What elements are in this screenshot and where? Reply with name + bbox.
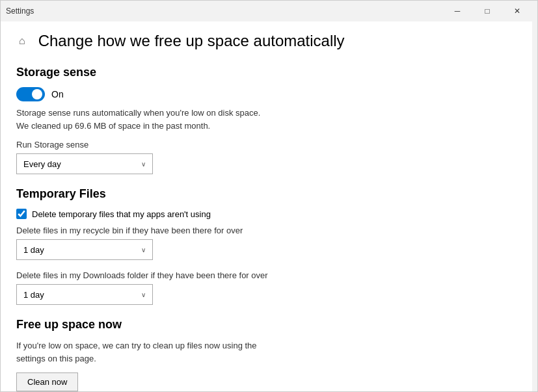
scrollbar[interactable] [532,21,537,391]
run-storage-sense-dropdown[interactable]: Every day ∨ [16,153,153,174]
storage-sense-description: Storage sense runs automatically when yo… [16,107,517,132]
close-button[interactable]: ✕ [502,1,532,21]
free-up-description: If you're low on space, we can try to cl… [16,339,517,365]
downloads-group: Delete files in my Downloads folder if t… [16,270,517,305]
free-up-space-section: Free up space now If you're low on space… [16,318,517,391]
temporary-files-title: Temporary Files [16,187,517,201]
page-title: Change how we free up space automaticall… [38,32,345,50]
delete-temp-label: Delete temporary files that my apps aren… [32,209,211,219]
run-storage-sense-label: Run Storage sense [16,140,517,150]
storage-sense-title: Storage sense [16,66,517,79]
home-icon: ⌂ [19,35,25,47]
delete-temp-row: Delete temporary files that my apps aren… [16,209,517,219]
maximize-button[interactable]: □ [472,1,502,21]
titlebar-controls: ─ □ ✕ [442,1,532,21]
downloads-dropdown-arrow: ∨ [141,291,146,298]
minimize-button[interactable]: ─ [442,1,472,21]
recycle-bin-label: Delete files in my recycle bin if they h… [16,226,517,235]
storage-sense-section: Storage sense On Storage sense runs auto… [16,66,517,174]
recycle-bin-dropdown[interactable]: 1 day ∨ [16,239,153,260]
titlebar-title: Settings [6,7,34,16]
titlebar-left: Settings [6,7,34,16]
recycle-bin-value: 1 day [23,245,44,255]
page-header: ⌂ Change how we free up space automatica… [16,32,517,50]
clean-now-button[interactable]: Clean now [16,372,78,391]
window: Settings ─ □ ✕ ⌂ Change how we free up s… [0,0,538,392]
storage-sense-toggle[interactable] [16,87,45,101]
toggle-row: On [16,87,517,101]
free-up-space-title: Free up space now [16,318,517,332]
downloads-label: Delete files in my Downloads folder if t… [16,270,517,280]
temporary-files-section: Temporary Files Delete temporary files t… [16,187,517,305]
delete-temp-checkbox[interactable] [16,209,27,219]
content-area: ⌂ Change how we free up space automatica… [1,21,537,391]
toggle-slider [16,87,45,101]
main-content: ⌂ Change how we free up space automatica… [1,21,532,391]
downloads-value: 1 day [23,290,44,300]
recycle-dropdown-arrow: ∨ [141,246,146,254]
run-dropdown-arrow: ∨ [141,161,146,168]
recycle-bin-group: Delete files in my recycle bin if they h… [16,226,517,260]
run-storage-sense-value: Every day [23,159,61,169]
titlebar: Settings ─ □ ✕ [1,1,537,21]
toggle-label: On [51,89,64,99]
downloads-dropdown[interactable]: 1 day ∨ [16,284,153,305]
back-button[interactable]: ⌂ [16,33,28,49]
